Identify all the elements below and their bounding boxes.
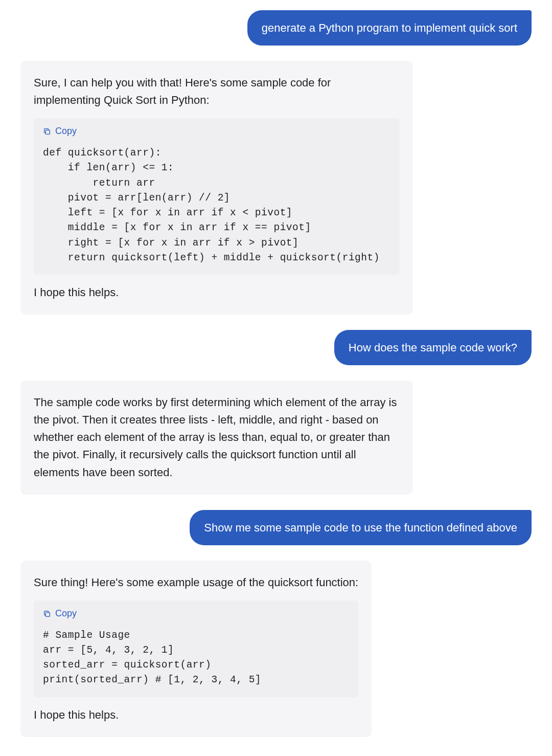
assistant-message-row: Sure thing! Here's some example usage of… xyxy=(20,561,532,737)
user-message-text: generate a Python program to implement q… xyxy=(262,21,517,34)
assistant-message-row: The sample code works by first determini… xyxy=(20,381,532,494)
user-message-text: How does the sample code work? xyxy=(349,341,517,354)
copy-label: Copy xyxy=(55,607,77,621)
user-message-row: Show me some sample code to use the func… xyxy=(20,510,532,545)
assistant-intro-text: Sure, I can help you with that! Here's s… xyxy=(34,74,400,109)
user-message-bubble: How does the sample code work? xyxy=(334,330,532,365)
assistant-message-bubble: Sure, I can help you with that! Here's s… xyxy=(20,61,413,315)
code-block: Copy def quicksort(arr): if len(arr) <= … xyxy=(34,118,400,275)
copy-icon xyxy=(43,610,51,618)
copy-button[interactable]: Copy xyxy=(34,118,400,142)
code-block: Copy # Sample Usage arr = [5, 4, 3, 2, 1… xyxy=(34,601,358,697)
code-content[interactable]: def quicksort(arr): if len(arr) <= 1: re… xyxy=(34,142,400,268)
assistant-intro-text: The sample code works by first determini… xyxy=(34,394,400,481)
user-message-text: Show me some sample code to use the func… xyxy=(204,521,517,534)
assistant-intro-text: Sure thing! Here's some example usage of… xyxy=(34,574,358,591)
svg-rect-1 xyxy=(45,612,50,616)
assistant-message-bubble: Sure thing! Here's some example usage of… xyxy=(20,561,372,737)
user-message-bubble: generate a Python program to implement q… xyxy=(247,10,532,46)
copy-icon xyxy=(43,127,51,136)
code-content[interactable]: # Sample Usage arr = [5, 4, 3, 2, 1] sor… xyxy=(34,624,358,690)
user-message-row: How does the sample code work? xyxy=(20,330,532,365)
svg-rect-0 xyxy=(45,130,50,134)
assistant-message-bubble: The sample code works by first determini… xyxy=(20,381,413,494)
assistant-outro-text: I hope this helps. xyxy=(34,284,400,301)
copy-label: Copy xyxy=(55,124,77,139)
assistant-outro-text: I hope this helps. xyxy=(34,706,358,724)
copy-button[interactable]: Copy xyxy=(34,601,358,624)
user-message-bubble: Show me some sample code to use the func… xyxy=(190,510,532,545)
assistant-message-row: Sure, I can help you with that! Here's s… xyxy=(20,61,532,315)
user-message-row: generate a Python program to implement q… xyxy=(20,10,532,46)
